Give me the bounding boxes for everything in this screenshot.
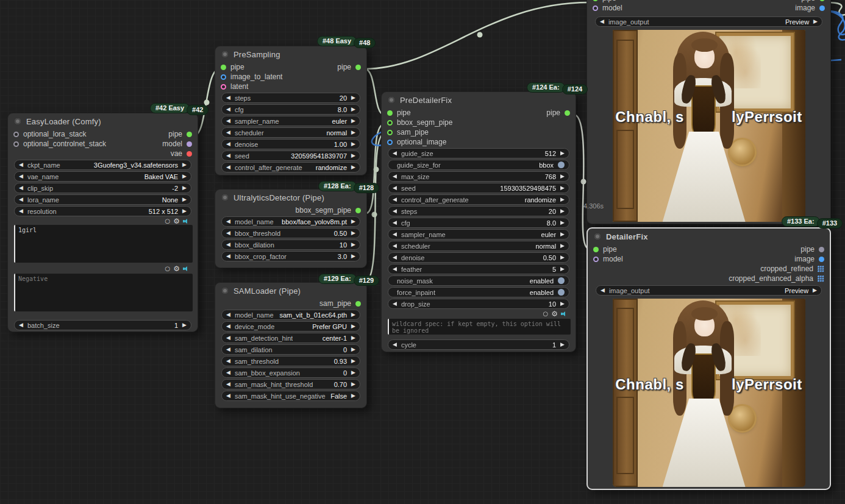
widget-cycle[interactable]: cycle1	[388, 339, 569, 350]
stepper-right-icon[interactable]	[351, 382, 355, 387]
widget-bbox-crop-factor[interactable]: bbox_crop_factor3.0	[221, 251, 360, 261]
stepper-right-icon[interactable]	[351, 335, 355, 341]
widget-force-inpaint[interactable]: force_inpaintenabled	[388, 287, 569, 297]
node-presampling[interactable]: PreSampling pipe pipe image_to_latent la…	[215, 46, 367, 176]
stepper-left-icon[interactable]	[226, 312, 230, 318]
input-port-image-to-latent[interactable]	[221, 74, 226, 80]
wire-midpoint-dot[interactable]	[581, 179, 587, 185]
node-samloader[interactable]: SAMLoader (Pipe) sam_pipe model_namesam_…	[215, 282, 367, 408]
stepper-right-icon[interactable]	[351, 254, 355, 259]
widget-ckpt-name[interactable]: ckpt_name3Guofeng3_v34.safetensors	[14, 160, 191, 170]
widget-sampler-name[interactable]: sampler_nameeuler	[221, 116, 360, 126]
stepper-left-icon[interactable]	[226, 118, 230, 124]
widget-sam-mask-hint-threshold[interactable]: sam_mask_hint_threshold0.70	[221, 379, 360, 389]
widget-control-after-generate[interactable]: control_after_generaterandomize	[221, 162, 360, 172]
stepper-right-icon[interactable]	[351, 141, 355, 147]
stepper-right-icon[interactable]	[560, 342, 565, 347]
input-port-latent[interactable]	[221, 84, 226, 90]
stepper-left-icon[interactable]	[393, 197, 397, 202]
stepper-left-icon[interactable]	[226, 324, 230, 329]
widget-scheduler[interactable]: schedulernormal	[221, 127, 360, 138]
input-port-pipe[interactable]	[387, 110, 393, 116]
input-port-optional-lora-stack[interactable]	[13, 132, 19, 137]
widget-vae-name[interactable]: vae_nameBaked VAE	[14, 171, 191, 182]
stepper-left-icon[interactable]	[393, 301, 397, 307]
stepper-left-icon[interactable]	[226, 219, 230, 224]
stepper-right-icon[interactable]	[351, 153, 355, 158]
stepper-left-icon[interactable]	[19, 322, 23, 328]
widget-denoise[interactable]: denoise1.00	[221, 139, 360, 149]
stepper-right-icon[interactable]	[560, 255, 565, 260]
stepper-left-icon[interactable]	[226, 95, 230, 101]
stepper-right-icon[interactable]	[560, 197, 565, 202]
widget-guide-size-for[interactable]: guide_size_forbbox	[388, 160, 569, 170]
stepper-right-icon[interactable]	[351, 230, 355, 236]
stepper-left-icon[interactable]	[393, 185, 397, 191]
output-port-image[interactable]	[819, 5, 825, 11]
stepper-left-icon[interactable]	[226, 230, 230, 236]
stepper-right-icon[interactable]	[182, 208, 187, 214]
stepper-left-icon[interactable]	[226, 153, 230, 158]
widget-device-mode[interactable]: device_modePrefer GPU	[221, 321, 360, 332]
stepper-right-icon[interactable]	[560, 243, 565, 249]
pin-icon[interactable]	[165, 218, 171, 224]
widget-image-output[interactable]: image_outputPreview	[596, 285, 822, 296]
stepper-right-icon[interactable]	[351, 165, 355, 170]
widget-cfg[interactable]: cfg8.0	[388, 218, 569, 228]
node-header[interactable]: PreSampling	[215, 46, 366, 62]
output-port-bbox-segm-pipe[interactable]	[355, 208, 361, 213]
stepper-right-icon[interactable]	[351, 312, 355, 318]
output-port-vae[interactable]	[187, 151, 192, 157]
wire-midpoint-dot[interactable]	[477, 32, 483, 38]
widget-model-name[interactable]: model_namesam_vit_b_01ec64.pth	[221, 310, 360, 320]
gear-icon[interactable]	[173, 265, 180, 272]
stepper-left-icon[interactable]	[393, 208, 397, 214]
widget-guide-size[interactable]: guide_size512	[388, 148, 569, 158]
stepper-left-icon[interactable]	[226, 358, 230, 364]
widget-sam-dilation[interactable]: sam_dilation0	[221, 344, 360, 355]
stepper-left-icon[interactable]	[393, 255, 397, 260]
stepper-right-icon[interactable]	[351, 358, 355, 364]
node-header[interactable]: UltralyticsDetector (Pipe)	[215, 190, 366, 205]
stepper-right-icon[interactable]	[351, 324, 355, 329]
input-port-sam-pipe[interactable]	[387, 130, 393, 135]
node-preview-top[interactable]: pipe pipe model image image_outputPrevie…	[587, 0, 831, 224]
stepper-right-icon[interactable]	[560, 174, 565, 179]
stepper-right-icon[interactable]	[182, 185, 187, 191]
stepper-left-icon[interactable]	[19, 208, 23, 214]
widget-bbox-dilation[interactable]: bbox_dilation10	[221, 240, 360, 250]
node-detailerfix[interactable]: DetailerFix pipe pipe model image croppe…	[587, 227, 831, 490]
stepper-left-icon[interactable]	[393, 342, 397, 347]
output-port-cropped-refined-grid-icon[interactable]	[818, 266, 824, 272]
widget-cfg[interactable]: cfg8.0	[221, 104, 360, 115]
widget-control-after-generate[interactable]: control_after_generaterandomize	[388, 194, 569, 205]
node-ultralytics-detector[interactable]: UltralyticsDetector (Pipe) bbox_segm_pip…	[215, 189, 367, 268]
stepper-right-icon[interactable]	[351, 130, 355, 135]
collapse-dot-icon[interactable]	[222, 194, 228, 201]
stepper-left-icon[interactable]	[600, 19, 604, 24]
widget-steps[interactable]: steps20	[221, 93, 360, 103]
gear-icon[interactable]	[173, 218, 180, 225]
stepper-right-icon[interactable]	[182, 322, 187, 328]
toggle-icon[interactable]	[558, 289, 565, 296]
widget-seed[interactable]: seed159303529498475	[388, 183, 569, 193]
stepper-left-icon[interactable]	[226, 242, 230, 247]
widget-model-name[interactable]: model_namebbox/face_yolov8m.pt	[221, 216, 360, 227]
widget-max-size[interactable]: max_size768	[388, 171, 569, 182]
output-port-pipe[interactable]	[819, 247, 824, 252]
node-header[interactable]: SAMLoader (Pipe)	[215, 283, 366, 299]
collapse-dot-icon[interactable]	[222, 51, 228, 57]
stepper-left-icon[interactable]	[393, 220, 397, 225]
widget-lora-name[interactable]: lora_nameNone	[14, 194, 191, 205]
collapse-dot-icon[interactable]	[388, 97, 394, 103]
widget-resolution[interactable]: resolution512 x 512	[14, 206, 191, 216]
stepper-left-icon[interactable]	[226, 107, 230, 112]
stepper-left-icon[interactable]	[226, 141, 230, 147]
widget-noise-mask[interactable]: noise_maskenabled	[388, 275, 569, 286]
output-port-pipe[interactable]	[819, 0, 825, 1]
widget-sampler-name[interactable]: sampler_nameeuler	[388, 229, 569, 240]
stepper-left-icon[interactable]	[393, 232, 397, 237]
wire-midpoint-dot[interactable]	[372, 212, 377, 218]
node-graph-canvas[interactable]: #42 Easy #42 EasyLoader (Comfy) optional…	[0, 0, 845, 504]
input-port-optional-controlnet-stack[interactable]	[13, 141, 19, 147]
